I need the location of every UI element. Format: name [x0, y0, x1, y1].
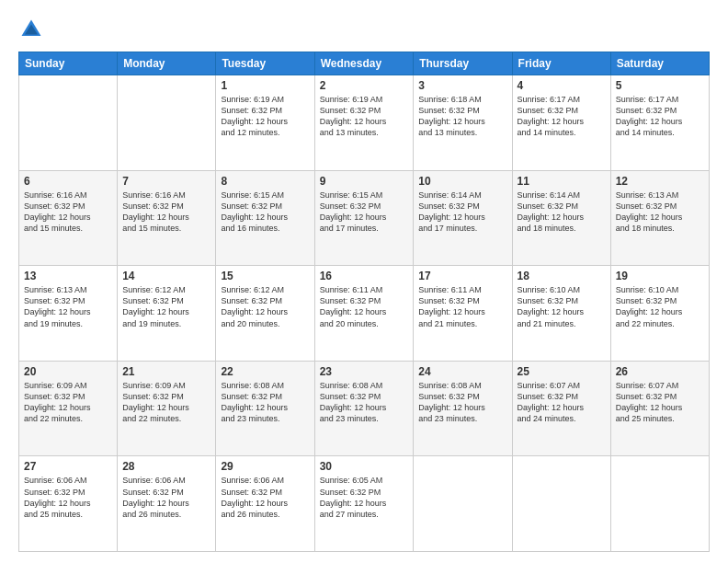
calendar-cell: 20Sunrise: 6:09 AM Sunset: 6:32 PM Dayli… [19, 361, 118, 456]
calendar-cell [19, 75, 118, 171]
day-number: 14 [122, 270, 210, 282]
calendar-cell: 24Sunrise: 6:08 AM Sunset: 6:32 PM Dayli… [414, 361, 512, 456]
calendar-cell: 14Sunrise: 6:12 AM Sunset: 6:32 PM Dayli… [118, 266, 216, 362]
day-number: 27 [24, 460, 112, 473]
day-info: Sunrise: 6:17 AM Sunset: 6:32 PM Dayligh… [616, 94, 704, 139]
calendar-cell: 26Sunrise: 6:07 AM Sunset: 6:32 PM Dayli… [610, 361, 709, 456]
calendar-week-row: 27Sunrise: 6:06 AM Sunset: 6:32 PM Dayli… [19, 456, 710, 552]
day-info: Sunrise: 6:08 AM Sunset: 6:32 PM Dayligh… [320, 380, 409, 425]
day-number: 29 [221, 460, 309, 473]
calendar-cell: 2Sunrise: 6:19 AM Sunset: 6:32 PM Daylig… [314, 75, 414, 171]
calendar-cell: 22Sunrise: 6:08 AM Sunset: 6:32 PM Dayli… [216, 361, 314, 456]
calendar-cell: 5Sunrise: 6:17 AM Sunset: 6:32 PM Daylig… [610, 75, 709, 171]
day-info: Sunrise: 6:07 AM Sunset: 6:32 PM Dayligh… [616, 380, 704, 425]
weekday-header: Tuesday [216, 52, 314, 75]
day-number: 10 [418, 175, 506, 188]
calendar-cell: 3Sunrise: 6:18 AM Sunset: 6:32 PM Daylig… [414, 75, 512, 171]
day-info: Sunrise: 6:09 AM Sunset: 6:32 PM Dayligh… [24, 380, 112, 425]
calendar-cell: 8Sunrise: 6:15 AM Sunset: 6:32 PM Daylig… [216, 170, 314, 266]
calendar-cell [414, 456, 512, 552]
day-info: Sunrise: 6:06 AM Sunset: 6:32 PM Dayligh… [24, 475, 112, 520]
day-number: 18 [518, 270, 606, 282]
calendar-cell: 10Sunrise: 6:14 AM Sunset: 6:32 PM Dayli… [414, 170, 512, 266]
calendar-cell: 1Sunrise: 6:19 AM Sunset: 6:32 PM Daylig… [216, 75, 314, 171]
day-number: 9 [320, 175, 409, 188]
day-info: Sunrise: 6:12 AM Sunset: 6:32 PM Dayligh… [122, 284, 210, 329]
calendar-page: SundayMondayTuesdayWednesdayThursdayFrid… [0, 0, 728, 563]
calendar-cell: 18Sunrise: 6:10 AM Sunset: 6:32 PM Dayli… [512, 266, 610, 362]
day-number: 8 [221, 175, 309, 188]
calendar-table: SundayMondayTuesdayWednesdayThursdayFrid… [18, 52, 710, 552]
calendar-cell: 6Sunrise: 6:16 AM Sunset: 6:32 PM Daylig… [19, 170, 118, 266]
day-number: 21 [122, 365, 210, 378]
calendar-cell: 17Sunrise: 6:11 AM Sunset: 6:32 PM Dayli… [414, 266, 512, 362]
day-number: 23 [320, 365, 409, 378]
calendar-cell: 30Sunrise: 6:05 AM Sunset: 6:32 PM Dayli… [314, 456, 414, 552]
day-number: 6 [24, 175, 112, 188]
logo-icon [18, 17, 44, 42]
day-number: 17 [418, 270, 506, 282]
day-number: 4 [518, 79, 606, 92]
weekday-header: Sunday [19, 52, 118, 75]
day-info: Sunrise: 6:16 AM Sunset: 6:32 PM Dayligh… [24, 190, 112, 235]
calendar-body: 1Sunrise: 6:19 AM Sunset: 6:32 PM Daylig… [19, 75, 710, 552]
day-number: 13 [24, 270, 112, 282]
day-info: Sunrise: 6:10 AM Sunset: 6:32 PM Dayligh… [616, 284, 704, 329]
calendar-cell: 4Sunrise: 6:17 AM Sunset: 6:32 PM Daylig… [512, 75, 610, 171]
calendar-cell [610, 456, 709, 552]
day-info: Sunrise: 6:07 AM Sunset: 6:32 PM Dayligh… [518, 380, 606, 425]
calendar-cell: 23Sunrise: 6:08 AM Sunset: 6:32 PM Dayli… [314, 361, 414, 456]
calendar-cell [118, 75, 216, 171]
day-number: 30 [320, 460, 409, 473]
logo [18, 17, 46, 42]
day-number: 3 [418, 79, 506, 92]
header [18, 17, 710, 42]
calendar-cell: 21Sunrise: 6:09 AM Sunset: 6:32 PM Dayli… [118, 361, 216, 456]
day-number: 11 [518, 175, 606, 188]
day-number: 12 [616, 175, 704, 188]
calendar-cell: 13Sunrise: 6:13 AM Sunset: 6:32 PM Dayli… [19, 266, 118, 362]
day-number: 7 [122, 175, 210, 188]
calendar-cell: 15Sunrise: 6:12 AM Sunset: 6:32 PM Dayli… [216, 266, 314, 362]
weekday-header: Saturday [610, 52, 709, 75]
weekday-header: Monday [118, 52, 216, 75]
day-number: 1 [221, 79, 309, 92]
day-info: Sunrise: 6:10 AM Sunset: 6:32 PM Dayligh… [518, 284, 606, 329]
calendar-week-row: 1Sunrise: 6:19 AM Sunset: 6:32 PM Daylig… [19, 75, 710, 171]
day-number: 15 [221, 270, 309, 282]
day-info: Sunrise: 6:11 AM Sunset: 6:32 PM Dayligh… [320, 284, 409, 329]
day-info: Sunrise: 6:05 AM Sunset: 6:32 PM Dayligh… [320, 475, 409, 520]
weekday-header: Wednesday [314, 52, 414, 75]
day-info: Sunrise: 6:13 AM Sunset: 6:32 PM Dayligh… [24, 284, 112, 329]
calendar-cell: 29Sunrise: 6:06 AM Sunset: 6:32 PM Dayli… [216, 456, 314, 552]
day-info: Sunrise: 6:12 AM Sunset: 6:32 PM Dayligh… [221, 284, 309, 329]
calendar-cell: 28Sunrise: 6:06 AM Sunset: 6:32 PM Dayli… [118, 456, 216, 552]
calendar-cell: 12Sunrise: 6:13 AM Sunset: 6:32 PM Dayli… [610, 170, 709, 266]
calendar-cell [512, 456, 610, 552]
day-info: Sunrise: 6:08 AM Sunset: 6:32 PM Dayligh… [418, 380, 506, 425]
day-number: 22 [221, 365, 309, 378]
calendar-week-row: 13Sunrise: 6:13 AM Sunset: 6:32 PM Dayli… [19, 266, 710, 362]
calendar-cell: 7Sunrise: 6:16 AM Sunset: 6:32 PM Daylig… [118, 170, 216, 266]
day-number: 25 [518, 365, 606, 378]
calendar-cell: 16Sunrise: 6:11 AM Sunset: 6:32 PM Dayli… [314, 266, 414, 362]
weekday-header-row: SundayMondayTuesdayWednesdayThursdayFrid… [19, 52, 710, 75]
day-info: Sunrise: 6:19 AM Sunset: 6:32 PM Dayligh… [320, 94, 409, 139]
day-number: 5 [616, 79, 704, 92]
calendar-cell: 9Sunrise: 6:15 AM Sunset: 6:32 PM Daylig… [314, 170, 414, 266]
day-info: Sunrise: 6:06 AM Sunset: 6:32 PM Dayligh… [122, 475, 210, 520]
day-info: Sunrise: 6:14 AM Sunset: 6:32 PM Dayligh… [518, 190, 606, 235]
calendar-cell: 11Sunrise: 6:14 AM Sunset: 6:32 PM Dayli… [512, 170, 610, 266]
day-info: Sunrise: 6:18 AM Sunset: 6:32 PM Dayligh… [418, 94, 506, 139]
calendar-cell: 25Sunrise: 6:07 AM Sunset: 6:32 PM Dayli… [512, 361, 610, 456]
weekday-header: Thursday [414, 52, 512, 75]
calendar-cell: 19Sunrise: 6:10 AM Sunset: 6:32 PM Dayli… [610, 266, 709, 362]
day-info: Sunrise: 6:17 AM Sunset: 6:32 PM Dayligh… [518, 94, 606, 139]
day-number: 26 [616, 365, 704, 378]
day-info: Sunrise: 6:13 AM Sunset: 6:32 PM Dayligh… [616, 190, 704, 235]
day-info: Sunrise: 6:19 AM Sunset: 6:32 PM Dayligh… [221, 94, 309, 139]
day-info: Sunrise: 6:08 AM Sunset: 6:32 PM Dayligh… [221, 380, 309, 425]
day-number: 16 [320, 270, 409, 282]
day-info: Sunrise: 6:16 AM Sunset: 6:32 PM Dayligh… [122, 190, 210, 235]
day-info: Sunrise: 6:11 AM Sunset: 6:32 PM Dayligh… [418, 284, 506, 329]
